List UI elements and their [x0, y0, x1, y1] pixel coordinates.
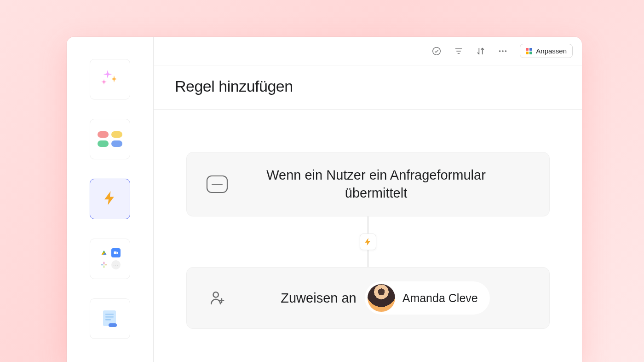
sidebar-tile-brief[interactable] [90, 298, 130, 339]
svg-point-14 [499, 50, 501, 52]
svg-rect-2 [101, 264, 103, 266]
sidebar-tile-rules[interactable] [90, 179, 130, 219]
sort-arrows-icon[interactable] [476, 46, 486, 56]
svg-rect-7 [105, 316, 114, 318]
svg-rect-0 [114, 251, 117, 254]
grid-icon [526, 48, 532, 54]
svg-point-10 [433, 47, 441, 55]
connector-bolt-icon [360, 234, 376, 250]
page-title: Regel hinzufügen [175, 77, 561, 95]
sidebar-tile-fields[interactable] [90, 119, 130, 159]
svg-rect-9 [109, 323, 117, 327]
assignee-name: Amanda Cleve [402, 292, 478, 305]
connector-line [368, 216, 368, 267]
svg-rect-3 [104, 265, 105, 268]
integrations-icon: ··· [99, 248, 121, 269]
sidebar-tile-ai[interactable] [90, 59, 130, 99]
trigger-text: Wenn ein Nutzer ein Anfrageformular über… [240, 166, 531, 202]
customize-button[interactable]: Anpassen [520, 44, 573, 58]
action-card[interactable]: Zuweisen an Amanda Cleve [186, 267, 550, 329]
check-circle-icon[interactable] [431, 46, 442, 56]
action-label: Zuweisen an [281, 291, 356, 306]
rule-canvas: Wenn ein Nutzer ein Anfrageformular über… [154, 110, 582, 362]
sparkles-icon [100, 69, 120, 89]
form-icon [205, 175, 229, 194]
bolt-icon [102, 190, 118, 208]
avatar [368, 284, 395, 312]
svg-point-19 [213, 292, 218, 298]
svg-rect-1 [104, 262, 105, 264]
page-header: Regel hinzufügen [154, 65, 582, 110]
svg-point-16 [505, 50, 507, 52]
filter-lines-icon[interactable] [454, 46, 464, 56]
customize-label: Anpassen [536, 47, 567, 55]
assignee-chip[interactable]: Amanda Cleve [365, 281, 490, 315]
assign-person-icon [205, 290, 229, 306]
action-body: Zuweisen an Amanda Cleve [240, 281, 531, 315]
app-window: ··· [67, 37, 582, 362]
document-icon [102, 309, 118, 328]
more-icon[interactable] [498, 46, 508, 56]
topbar: Anpassen [154, 37, 582, 65]
trigger-card[interactable]: Wenn ein Nutzer ein Anfrageformular über… [186, 152, 550, 216]
svg-point-15 [502, 50, 504, 52]
svg-rect-4 [104, 264, 107, 266]
svg-rect-6 [105, 314, 114, 315]
sidebar: ··· [67, 37, 154, 362]
sidebar-tile-integrations[interactable]: ··· [90, 239, 130, 279]
pills-icon [98, 131, 122, 147]
svg-rect-8 [105, 319, 111, 321]
main-area: Anpassen Regel hinzufügen Wenn ein Nutze… [154, 37, 582, 362]
